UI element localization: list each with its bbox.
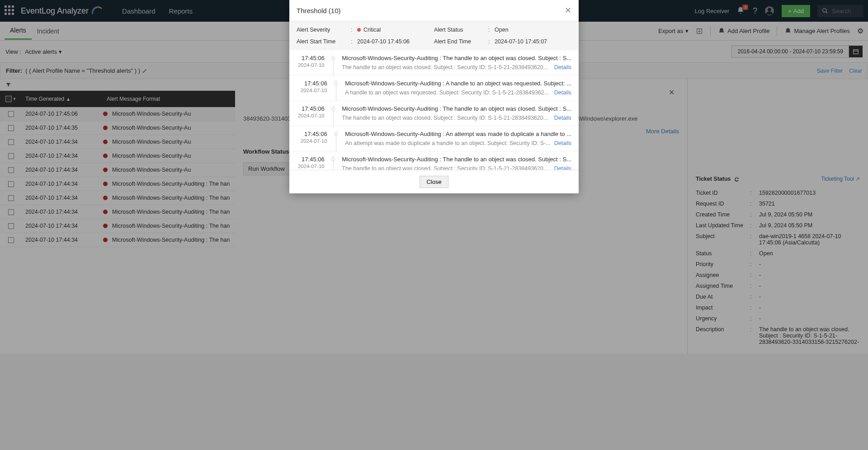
event-date: 2024-07-10 xyxy=(297,88,327,93)
event-desc: The handle to an object was closed. Subj… xyxy=(342,165,551,170)
threshold-modal: Threshold (10) ✕ Alert Severity : Critic… xyxy=(289,0,579,193)
event-details-link[interactable]: Details xyxy=(554,64,571,70)
alert-status-label: Alert Status xyxy=(434,27,488,33)
event-time: 17:45:06 xyxy=(297,131,327,137)
event-time: 17:45:06 xyxy=(297,156,325,163)
critical-dot-icon xyxy=(357,28,361,32)
event-details-link[interactable]: Details xyxy=(554,140,571,146)
alert-end-value: 2024-07-10 17:45:07 xyxy=(495,38,547,45)
timeline-dot-icon xyxy=(334,82,338,85)
event-date: 2024-07-10 xyxy=(297,138,327,144)
event-title: Microsoft-Windows-Security-Auditing : An… xyxy=(345,131,571,137)
alert-status-value: Open xyxy=(495,27,509,33)
event-desc: The handle to an object was closed. Subj… xyxy=(342,64,551,70)
event-details-link[interactable]: Details xyxy=(554,89,571,96)
timeline-dot-icon xyxy=(331,158,335,161)
timeline-dot-icon xyxy=(334,132,338,136)
modal-close-button[interactable]: Close xyxy=(420,176,448,188)
event-date: 2024-07-10 xyxy=(297,62,325,68)
modal-close-icon[interactable]: ✕ xyxy=(565,5,571,15)
event-date: 2024-07-10 xyxy=(297,113,325,118)
modal-event-item: 17:45:06 2024-07-10 Microsoft-Windows-Se… xyxy=(289,126,579,151)
alert-severity-label: Alert Severity xyxy=(297,27,351,33)
alert-end-label: Alert End Time xyxy=(434,38,488,45)
event-details-link[interactable]: Details xyxy=(554,165,571,170)
event-desc: A handle to an object was requested. Sub… xyxy=(345,89,551,96)
timeline-dot-icon xyxy=(331,56,335,60)
event-title: Microsoft-Windows-Security-Auditing : Th… xyxy=(342,55,571,61)
event-time: 17:45:06 xyxy=(297,105,325,112)
event-desc: The handle to an object was closed. Subj… xyxy=(342,115,551,121)
event-time: 17:45:06 xyxy=(297,55,325,61)
modal-event-list[interactable]: 17:45:06 2024-07-10 Microsoft-Windows-Se… xyxy=(289,50,579,170)
event-details-link[interactable]: Details xyxy=(554,115,571,121)
modal-event-item: 17:45:06 2024-07-10 Microsoft-Windows-Se… xyxy=(289,101,579,126)
event-date: 2024-07-10 xyxy=(297,164,325,169)
event-title: Microsoft-Windows-Security-Auditing : A … xyxy=(345,80,571,87)
alert-severity-value: Critical xyxy=(363,27,381,33)
modal-title: Threshold (10) xyxy=(297,7,341,14)
alert-start-label: Alert Start Time xyxy=(297,38,351,45)
event-title: Microsoft-Windows-Security-Auditing : Th… xyxy=(342,105,571,112)
alert-start-value: 2024-07-10 17:45:06 xyxy=(357,38,410,45)
event-title: Microsoft-Windows-Security-Auditing : Th… xyxy=(342,156,571,163)
modal-event-item: 17:45:06 2024-07-10 Microsoft-Windows-Se… xyxy=(289,151,579,170)
event-time: 17:45:06 xyxy=(297,80,327,87)
modal-event-item: 17:45:06 2024-07-10 Microsoft-Windows-Se… xyxy=(289,75,579,101)
modal-event-item: 17:45:06 2024-07-10 Microsoft-Windows-Se… xyxy=(289,50,579,75)
timeline-dot-icon xyxy=(331,107,335,111)
event-desc: An attempt was made to duplicate a handl… xyxy=(345,140,551,146)
